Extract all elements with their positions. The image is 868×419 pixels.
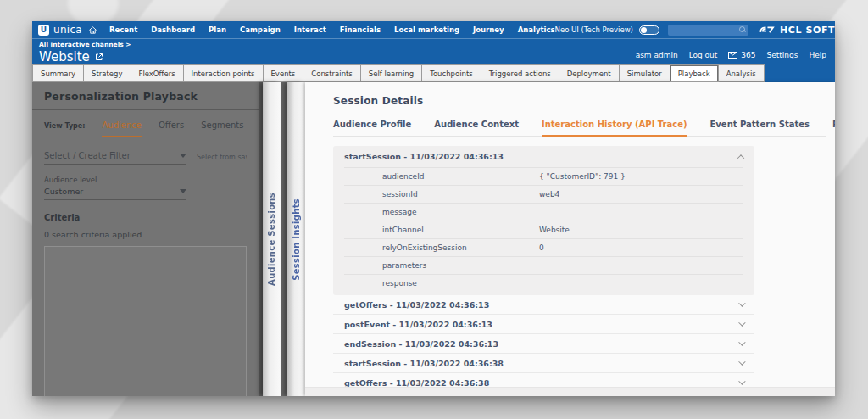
trace-value: web4	[539, 190, 743, 198]
tab-event-pattern-states[interactable]: Event Pattern States	[710, 120, 810, 136]
content-area: Personalization Playback View Type: Audi…	[32, 82, 835, 396]
session-details-title: Session Details	[333, 95, 826, 107]
chevron-down-icon	[738, 319, 745, 326]
tab-strategy[interactable]: Strategy	[83, 64, 131, 82]
tab-events[interactable]: Events	[263, 64, 304, 82]
accordion-title: getOffers - 11/03/2022 04:36:38	[344, 378, 489, 388]
global-search-input[interactable]	[668, 25, 748, 36]
accordion-header-getoffers-1[interactable]: getOffers - 11/03/2022 04:36:13	[333, 295, 754, 315]
accordion-title: endSession - 11/03/2022 04:36:13	[344, 339, 498, 349]
nav-item-campaign[interactable]: Campaign	[240, 25, 281, 34]
filter-hint-text: Select from saved filters o	[197, 151, 247, 165]
nav-item-interact[interactable]: Interact	[294, 25, 326, 34]
unica-logo-letter: U	[41, 25, 47, 34]
criteria-list-box	[44, 246, 247, 396]
trace-label: intChannel	[344, 226, 539, 234]
mail-group[interactable]: 365	[728, 51, 755, 59]
trace-row-intchannel: intChannel Website	[344, 221, 743, 238]
trace-row-message: message	[344, 203, 743, 221]
unica-logo-icon[interactable]: U	[38, 25, 49, 36]
accordion-title: startSession - 11/03/2022 04:36:38	[344, 359, 504, 368]
session-links: asm admin Log out 365 Settings Help	[636, 41, 826, 64]
view-type-tabs: View Type: Audience Offers Segments	[44, 120, 247, 137]
brand-name: unica	[53, 24, 82, 36]
accordion-header-startsession[interactable]: startSession - 11/03/2022 04:36:13	[344, 146, 743, 167]
mail-count: 365	[741, 51, 755, 59]
vertical-tab-strip-group: Audience Sessions Session Insights	[259, 82, 305, 396]
tab-analysis[interactable]: Analysis	[718, 64, 765, 82]
tab-presented-offers[interactable]: Presented Offers	[832, 120, 835, 136]
nav-item-analytics[interactable]: Analytics	[518, 25, 555, 34]
envelope-icon	[728, 52, 737, 59]
audience-level-label: Audience level	[44, 176, 186, 184]
neo-ui-toggle-label: Neo UI (Tech Preview)	[555, 25, 633, 34]
accordion-header-endsession[interactable]: endSession - 11/03/2022 04:36:13	[333, 334, 754, 354]
trace-row-response: response	[344, 274, 743, 292]
session-details-panel: Session Details Audience Profile Audienc…	[305, 82, 835, 396]
chevron-down-icon	[738, 377, 745, 384]
tab-playback[interactable]: Playback	[670, 64, 719, 82]
nav-item-recent[interactable]: Recent	[109, 25, 137, 34]
trace-value: Website	[539, 226, 743, 234]
trace-label: response	[344, 279, 539, 288]
nav-item-dashboard[interactable]: Dashboard	[151, 25, 195, 34]
nav-item-journey[interactable]: Journey	[473, 25, 504, 34]
topbar-right-group: Neo UI (Tech Preview) HCL SOFTWA	[555, 25, 835, 36]
top-nav-menu: Recent Dashboard Plan Campaign Interact …	[109, 25, 555, 34]
tab-interaction-history[interactable]: Interaction History (API Trace)	[542, 120, 687, 137]
chevron-down-icon	[738, 299, 745, 306]
accordion-expanded-card: startSession - 11/03/2022 04:36:13 audie…	[333, 146, 754, 295]
vertical-tab-session-insights[interactable]: Session Insights	[287, 82, 305, 396]
view-tab-audience[interactable]: Audience	[102, 120, 141, 137]
breadcrumb[interactable]: All interactive channels >	[39, 41, 131, 48]
tab-triggered-actions[interactable]: Triggered actions	[481, 64, 559, 82]
accordion-header-postevent[interactable]: postEvent - 11/03/2022 04:36:13	[333, 315, 754, 334]
tab-self-learning[interactable]: Self learning	[360, 64, 422, 82]
tab-summary[interactable]: Summary	[32, 64, 84, 82]
tab-flexoffers[interactable]: FlexOffers	[131, 64, 184, 82]
tab-deployment[interactable]: Deployment	[559, 64, 620, 82]
vertical-tab-audience-sessions[interactable]: Audience Sessions	[263, 82, 281, 396]
settings-link[interactable]: Settings	[767, 51, 798, 59]
audience-level-dropdown[interactable]: Customer	[44, 184, 186, 200]
tab-constraints[interactable]: Constraints	[303, 64, 361, 82]
trace-row-audienceid: audienceId { "CustomerID": 791 }	[344, 167, 743, 185]
view-tab-segments[interactable]: Segments	[201, 120, 243, 136]
search-icon	[739, 26, 745, 32]
trace-value: { "CustomerID": 791 }	[539, 172, 743, 181]
view-type-label: View Type:	[44, 122, 85, 130]
tab-interaction-points[interactable]: Interaction points	[183, 64, 264, 82]
tab-touchpoints[interactable]: Touchpoints	[421, 64, 481, 82]
channel-title-block: All interactive channels > Website	[39, 41, 131, 64]
trace-label: sessionId	[344, 190, 539, 198]
trace-row-parameters: parameters	[344, 256, 743, 274]
api-trace-accordion: startSession - 11/03/2022 04:36:13 audie…	[333, 146, 754, 393]
tab-audience-profile[interactable]: Audience Profile	[333, 120, 411, 136]
chevron-down-icon	[738, 338, 745, 345]
panel-footer-strip	[305, 387, 835, 396]
nav-item-plan[interactable]: Plan	[209, 25, 226, 34]
help-link[interactable]: Help	[809, 51, 826, 59]
channel-tab-bar: Summary Strategy FlexOffers Interaction …	[32, 64, 835, 82]
tab-audience-context[interactable]: Audience Context	[434, 120, 519, 136]
accordion-header-startsession-2[interactable]: startSession - 11/03/2022 04:36:38	[333, 354, 754, 373]
accordion-title: getOffers - 11/03/2022 04:36:13	[344, 300, 489, 310]
tab-simulator[interactable]: Simulator	[619, 64, 670, 82]
playback-panel-title: Personalization Playback	[32, 82, 259, 110]
accordion-title: postEvent - 11/03/2022 04:36:13	[344, 320, 492, 329]
logout-link[interactable]: Log out	[689, 51, 718, 59]
nav-item-financials[interactable]: Financials	[340, 25, 381, 34]
filter-select-dropdown[interactable]: Select / Create Filter	[44, 151, 186, 165]
external-link-icon[interactable]	[95, 53, 103, 61]
accordion-title: startSession - 11/03/2022 04:36:13	[344, 152, 504, 161]
criteria-status-text: 0 search criteria applied	[44, 230, 247, 239]
view-tab-offers[interactable]: Offers	[159, 120, 184, 136]
user-name-link[interactable]: asm admin	[636, 51, 678, 59]
neo-ui-toggle[interactable]	[639, 25, 659, 35]
channel-header-bar: All interactive channels > Website asm a…	[32, 39, 835, 64]
hcl-logo-icon	[759, 25, 775, 35]
home-icon[interactable]	[88, 25, 97, 35]
nav-item-local-marketing[interactable]: Local marketing	[394, 25, 459, 34]
chevron-down-icon	[180, 189, 186, 193]
session-details-tab-bar: Audience Profile Audience Context Intera…	[333, 120, 826, 137]
